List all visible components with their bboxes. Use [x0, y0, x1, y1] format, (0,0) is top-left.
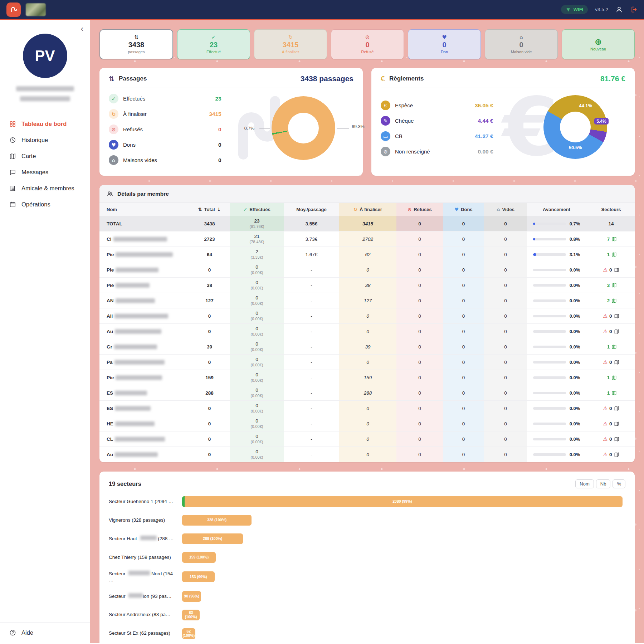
column-header-vides[interactable]: ⌂Vides [484, 203, 527, 216]
column-header-a-finaliser[interactable]: ↻À finaliser [339, 203, 396, 216]
secteurs-count: 1 [607, 252, 610, 257]
members-table-row[interactable]: CL00(0.00€)-00000.0%⚠0 [99, 431, 635, 447]
list-item-value: 36.05 € [475, 102, 493, 109]
member-name-redacted [115, 452, 158, 457]
sidebar-item-tableau-de-bord[interactable]: Tableau de bord [0, 116, 90, 132]
map-icon [611, 298, 617, 303]
members-table-row[interactable]: Pie00(0.00€)-00000.0%⚠0 [99, 262, 635, 278]
members-table-row[interactable]: Au00(0.00€)-00000.0%⚠0 [99, 447, 635, 462]
cell-dons: 0 [443, 370, 484, 385]
column-header-avancement[interactable]: Avancement [527, 203, 586, 216]
cell-effectues: 0(0.00€) [230, 262, 284, 278]
sidebar-item-amicale-membres[interactable]: Amicale & membres [0, 180, 90, 196]
stat-card-don[interactable]: ♥0Don [408, 29, 481, 59]
members-table-row[interactable]: Pie380(0.00€)-380000.0%3 [99, 278, 635, 293]
members-table-row[interactable]: ES00(0.00€)-00000.0%⚠0 [99, 401, 635, 416]
cell-moy-passage: 1.67€ [284, 247, 339, 262]
members-table-row[interactable]: All00(0.00€)-00000.0%⚠0 [99, 308, 635, 324]
sidebar-collapse-chevron-icon[interactable]: ‹ [81, 25, 83, 33]
member-name: Pie [107, 283, 114, 288]
cell-dons: 0 [443, 401, 484, 416]
members-table-row[interactable]: Pie1590(0.00€)-1590000.0%1 [99, 370, 635, 385]
cell-refuses: 0 [396, 385, 443, 401]
members-table-row[interactable]: Cl272321(78.43€)3.73€27020000.8%7 [99, 231, 635, 247]
secteurs-sort--button[interactable]: % [613, 479, 625, 488]
sidebar: ‹ PV Tableau de bordHistoriqueCarteMessa… [0, 20, 90, 643]
column-header-effectues[interactable]: ✓Effectués [230, 203, 284, 216]
cell-vides: 0 [484, 355, 527, 370]
cell-avancement: 0.0% [527, 431, 586, 447]
sidebar-item-messages[interactable]: Messages [0, 164, 90, 180]
secteur-bar-row: Vignerons (328 passages)328 (100%) [109, 515, 625, 526]
app-logo[interactable] [6, 3, 21, 17]
passages-card: ⇅ Passages 3438 passages ✓Effectués23↻À … [99, 68, 363, 176]
column-header-moy-passage[interactable]: Moy./passage [284, 203, 339, 216]
logout-icon[interactable] [630, 6, 638, 13]
secteurs-count: 0 [609, 267, 612, 273]
secteur-label: Vignerons (328 passages) [109, 517, 182, 523]
stat-card-effectue[interactable]: ✓23Effectué [177, 29, 250, 59]
stat-card-passages[interactable]: ⇅3438passages [99, 29, 173, 59]
progress-percent: 0.0% [570, 360, 580, 365]
cell-moy-passage: - [284, 416, 339, 431]
ban-icon: ⊘ [408, 207, 411, 212]
stat-card-maison-vide[interactable]: ⌂0Maison vide [485, 29, 558, 59]
members-table-row[interactable]: AN1270(0.00€)-1270000.0%2 [99, 293, 635, 308]
secteur-bar: 288 (100%) [182, 533, 243, 544]
cell-total: 38 [189, 278, 230, 293]
stat-card-refuse[interactable]: ⊘0Refusé [331, 29, 404, 59]
secteur-bar-value: 159 (100%) [189, 555, 209, 560]
column-header-secteurs[interactable]: Secteurs [586, 203, 635, 216]
cell-refuses: 0 [396, 247, 443, 262]
stat-card-nouveau[interactable]: ⊕Nouveau [562, 29, 635, 59]
sidebar-item-operations[interactable]: Opérations [0, 196, 90, 213]
user-account-icon[interactable] [615, 6, 623, 13]
list-item-label: Non renseigné [395, 148, 430, 155]
cell-vides: 0 [484, 447, 527, 462]
cell-dons: 0 [443, 231, 484, 247]
cell-dons: 0 [443, 293, 484, 308]
cell-avancement: 3.1% [527, 247, 586, 262]
members-table-row[interactable]: ES2880(0.00€)-2880000.0%1 [99, 385, 635, 401]
cell-secteurs: 1 [586, 247, 635, 262]
sidebar-item-aide[interactable]: Aide [9, 629, 80, 636]
cell-effectues: 0(0.00€) [230, 293, 284, 308]
secteurs-sort-nom-button[interactable]: Nom [575, 479, 594, 488]
sidebar-item-historique[interactable]: Historique [0, 132, 90, 148]
donut-label-a-finaliser: 99.3% [352, 124, 364, 129]
column-header-dons[interactable]: ♥Dons [443, 203, 484, 216]
sort-desc-icon[interactable]: ↓ [217, 207, 221, 212]
cell-secteurs: ⚠0 [586, 447, 635, 462]
help-label: Aide [21, 629, 33, 636]
list-item-label: Chèque [395, 118, 414, 124]
members-table-row[interactable]: Au00(0.00€)-00000.0%⚠0 [99, 324, 635, 339]
members-table-row[interactable]: HE00(0.00€)-00000.0%⚠0 [99, 416, 635, 431]
secteur-bar-row: Secteur Nord (154 …153 (99%) [109, 571, 625, 583]
secteur-label: Secteur Guehenno 1 (2094 … [109, 499, 182, 505]
cell-avancement: 0.0% [527, 416, 586, 431]
cell-a-finaliser: 0 [339, 308, 396, 324]
member-name-redacted [116, 268, 158, 272]
member-name: Au [107, 452, 113, 457]
column-header-total[interactable]: ⇅Total↓ [189, 203, 230, 216]
secteurs-count: 14 [608, 221, 614, 226]
progress-percent: 0.0% [570, 313, 580, 319]
sidebar-item-carte[interactable]: Carte [0, 148, 90, 164]
column-header-refuses[interactable]: ⊘Refusés [396, 203, 443, 216]
members-table-row[interactable]: Pie642(3.33€)1.67€620003.1%1 [99, 247, 635, 262]
secteur-label: Secteur Nord (154 … [109, 571, 182, 583]
secteurs-sort-nb-button[interactable]: Nb [596, 479, 611, 488]
cell-effectues: 21(78.43€) [230, 231, 284, 247]
cell-dons: 0 [443, 324, 484, 339]
cell-vides: 0 [484, 431, 527, 447]
reglements-title: Règlements [389, 75, 424, 82]
cell-moy-passage: 3.55€ [284, 216, 339, 231]
cell-moy-passage: - [284, 431, 339, 447]
stat-card-a-finaliser[interactable]: ↻3415À finaliser [254, 29, 327, 59]
members-table-total-row[interactable]: TOTAL343823(81.76€)3.55€34150000.7%14 [99, 216, 635, 231]
secteur-bar-row: Secteur lon (93 pas…90 (96%) [109, 591, 625, 602]
members-table-row[interactable]: Gr390(0.00€)-390000.0%1 [99, 339, 635, 355]
column-header-nom[interactable]: Nom [99, 203, 189, 216]
progress-percent: 0.7% [570, 221, 580, 226]
members-table-row[interactable]: Pa00(0.00€)-00000.0%⚠0 [99, 355, 635, 370]
